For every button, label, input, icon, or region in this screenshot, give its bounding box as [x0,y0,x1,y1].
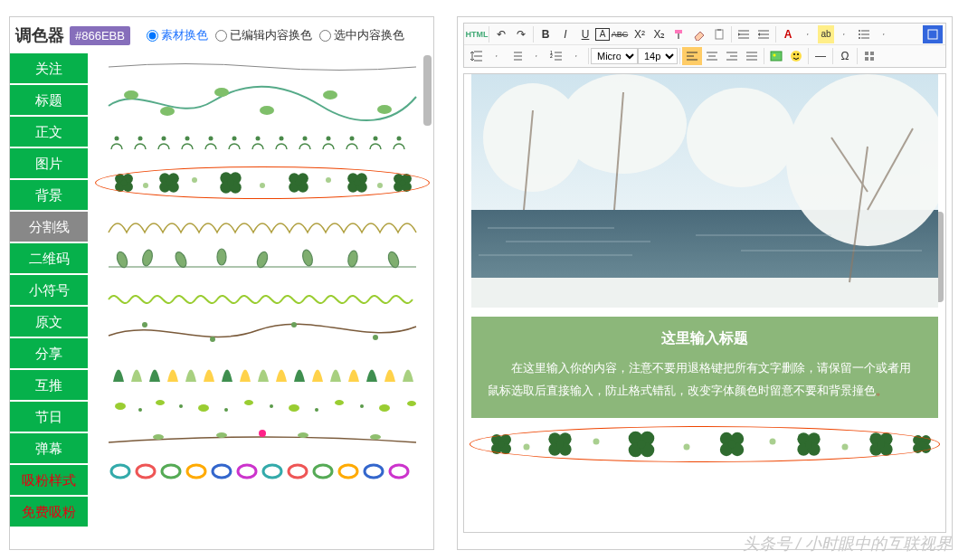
clipboard-icon[interactable] [709,25,729,43]
sidebar-image[interactable]: 图片 [10,148,88,178]
svg-point-8 [162,137,166,141]
svg-point-38 [142,322,147,327]
sidebar-background[interactable]: 背景 [10,180,88,210]
divider-list [88,53,433,544]
svg-point-43 [156,400,165,405]
image-icon[interactable] [766,47,786,65]
svg-point-56 [153,434,164,440]
emoji-icon[interactable] [786,47,806,65]
sidebar-exchange[interactable]: 互推 [10,370,88,400]
divider-item-7[interactable] [97,281,428,312]
svg-point-32 [174,251,189,270]
sidebar-divider[interactable]: 分割线 [10,212,88,242]
sidebar-share[interactable]: 分享 [10,338,88,368]
svg-point-66 [238,465,256,478]
sidebar-body[interactable]: 正文 [10,117,88,147]
divider-item-2[interactable] [97,79,428,124]
divider-item-9[interactable] [97,350,428,388]
radio-material[interactable]: 素材换色 [147,27,208,43]
category-sidebar: 关注 标题 正文 图片 背景 分割线 二维码 小符号 原文 分享 互推 节日 弹… [10,53,88,544]
svg-rect-75 [717,29,721,31]
editor-panel: HTML ↶ ↷ B I U A ABC X² X₂ A ▾ ab ▾ ▾ [457,16,953,550]
svg-point-14 [303,137,308,141]
sidebar-symbol[interactable]: 小符号 [10,275,88,305]
font-box-button[interactable]: A [595,28,610,41]
radio-edited[interactable]: 已编辑内容换色 [215,27,312,43]
align-justify-icon[interactable] [742,47,762,65]
svg-point-50 [138,408,142,412]
strike-button[interactable]: ABC [610,25,630,43]
align-center-icon[interactable] [702,47,722,65]
divider-item-11[interactable] [97,422,428,455]
sidebar-fanstyle[interactable]: 吸粉样式 [10,465,88,495]
align-left-icon[interactable] [682,47,702,65]
content-body[interactable]: 在这里输入你的内容，注意不要用退格键把所有文字删除，请保留一个或者用鼠标选取后直… [488,357,922,402]
divider-item-3[interactable] [97,126,428,158]
svg-rect-74 [716,30,723,39]
sidebar-qrcode[interactable]: 二维码 [10,243,88,273]
inserted-divider[interactable] [471,423,938,465]
redo-icon[interactable]: ↷ [511,25,531,43]
backcolor-button[interactable]: ab [818,25,834,43]
list-icon[interactable] [854,25,874,43]
eraser-icon[interactable] [689,25,709,43]
content-block[interactable]: 这里输入标题 在这里输入你的内容，注意不要用退格键把所有文字删除，请保留一个或者… [471,317,938,418]
font-family-select[interactable]: MicroS [591,48,638,64]
divider-item-6[interactable] [97,240,428,280]
svg-rect-82 [771,52,782,61]
divider-item-12[interactable] [97,457,428,484]
svg-point-68 [289,465,307,478]
sidebar-follow[interactable]: 关注 [10,53,88,83]
forecolor-button[interactable]: A [778,25,798,43]
color-swatch[interactable]: #866EBB [70,26,130,45]
divider-item-4[interactable] [97,160,428,205]
svg-point-54 [315,408,318,412]
underline-button[interactable]: U [575,25,595,43]
italic-button[interactable]: I [555,25,575,43]
indent-icon[interactable] [734,25,754,43]
divider-item-1[interactable] [97,57,428,77]
svg-point-77 [859,33,860,35]
omega-button[interactable]: Ω [835,47,855,65]
svg-point-37 [386,251,401,269]
sidebar-source[interactable]: 原文 [10,307,88,337]
svg-point-7 [138,137,143,141]
sidebar-barrage[interactable]: 弹幕 [10,433,88,463]
undo-icon[interactable]: ↶ [491,25,511,43]
divider-item-10[interactable] [97,390,428,421]
html-button[interactable]: HTML [467,25,487,43]
align-right-icon[interactable] [722,47,742,65]
svg-point-69 [314,465,332,478]
outdent-icon[interactable] [754,25,773,43]
more-icon[interactable] [859,47,879,65]
svg-point-44 [198,404,209,412]
ul-icon[interactable] [507,47,527,65]
palette-header: 调色器 #866EBB 素材换色 已编辑内容换色 选中内容换色 [10,17,433,53]
editor-content[interactable]: 这里输入标题 在这里输入你的内容，注意不要用退格键把所有文字删除，请保留一个或者… [463,73,946,533]
fullscreen-icon[interactable] [923,25,943,43]
superscript-button[interactable]: X² [630,25,650,43]
svg-point-96 [687,88,795,187]
svg-point-1 [160,107,175,116]
svg-point-9 [185,137,190,141]
divider-item-5[interactable] [97,207,428,238]
format-painter-icon[interactable] [669,25,689,43]
font-size-select[interactable]: 14px [638,48,678,64]
radio-selected[interactable]: 选中内容换色 [319,27,404,43]
svg-rect-87 [865,52,868,55]
content-title[interactable]: 这里输入标题 [488,329,922,348]
svg-point-78 [859,37,860,39]
sidebar-freefan[interactable]: 免费吸粉 [10,497,88,527]
divider-item-8[interactable] [97,314,428,348]
subscript-button[interactable]: X₂ [650,25,669,43]
svg-point-48 [379,404,390,412]
sidebar-festival[interactable]: 节日 [10,402,88,432]
bold-button[interactable]: B [536,25,555,43]
line-height-icon[interactable] [467,47,487,65]
recolor-radio-group: 素材换色 已编辑内容换色 选中内容换色 [147,27,404,43]
svg-point-47 [335,400,344,405]
hr-button[interactable]: — [811,47,830,65]
svg-point-41 [373,335,378,340]
ol-icon[interactable]: 12 [546,47,566,65]
sidebar-title[interactable]: 标题 [10,85,88,115]
